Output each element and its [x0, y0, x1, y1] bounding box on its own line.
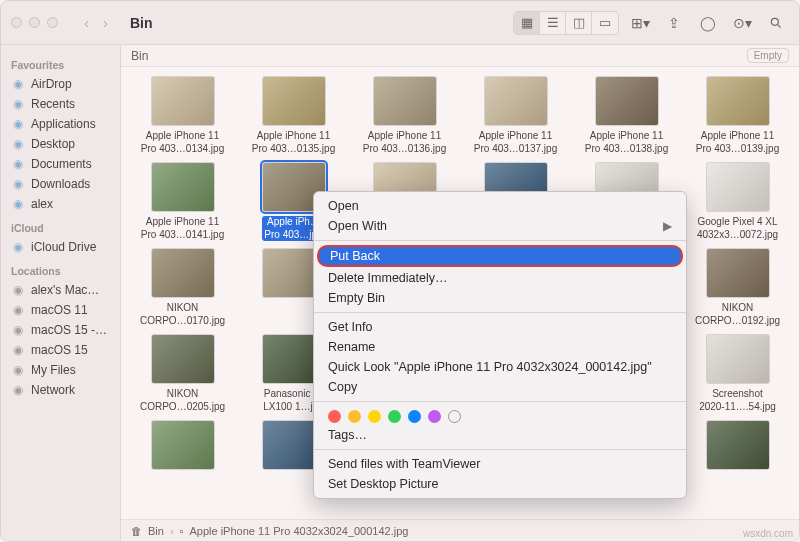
- search-button[interactable]: [763, 11, 789, 35]
- file-thumbnail: [485, 77, 547, 125]
- sidebar-item-macos-15[interactable]: ◉macOS 15: [5, 340, 116, 360]
- file-item[interactable]: NIKONCORPO…0205.jpg: [129, 335, 236, 413]
- sidebar-item-my-files[interactable]: ◉My Files: [5, 360, 116, 380]
- tag-color-dot[interactable]: [328, 410, 341, 423]
- file-item[interactable]: Apple iPhone 11Pro 403…0141.jpg: [129, 163, 236, 241]
- tag-color-dot[interactable]: [428, 410, 441, 423]
- sidebar-item-airdrop[interactable]: ◉AirDrop: [5, 74, 116, 94]
- tag-color-dot[interactable]: [368, 410, 381, 423]
- menu-item-get-info[interactable]: Get Info: [314, 317, 686, 337]
- documents-icon: ◉: [11, 157, 25, 171]
- sidebar-item-macos-15-[interactable]: ◉macOS 15 -…: [5, 320, 116, 340]
- file-item[interactable]: Apple iPhone 11Pro 403…0137.jpg: [462, 77, 569, 155]
- finder-window: ‹ › Bin ▦ ☰ ◫ ▭ ⊞▾ ⇪ ◯ ⊙▾ Favourites ◉Ai…: [0, 0, 800, 542]
- file-item[interactable]: [129, 421, 236, 474]
- file-item[interactable]: Apple iPhone 11Pro 403…0135.jpg: [240, 77, 347, 155]
- file-label: NIKONCORPO…0205.jpg: [140, 388, 225, 413]
- menu-item-put-back[interactable]: Put Back: [317, 245, 683, 267]
- disk-icon: ◉: [11, 303, 25, 317]
- location-bar: Bin Empty: [121, 45, 799, 67]
- file-label: Apple iPhone 11Pro 403…0136.jpg: [363, 130, 446, 155]
- gallery-view-button[interactable]: ▭: [592, 12, 618, 34]
- menu-item-set-desktop-picture[interactable]: Set Desktop Picture: [314, 474, 686, 494]
- sidebar-item-alex[interactable]: ◉alex: [5, 194, 116, 214]
- menu-item-copy[interactable]: Copy: [314, 377, 686, 397]
- sidebar-item-alex-s-mac-[interactable]: ◉alex's Mac…: [5, 280, 116, 300]
- file-item[interactable]: Google Pixel 4 XL4032x3…0072.jpg: [684, 163, 791, 241]
- menu-item-tags[interactable]: Tags…: [314, 425, 686, 445]
- file-thumbnail: [152, 77, 214, 125]
- file-item[interactable]: Apple iPhone 11Pro 403…0136.jpg: [351, 77, 458, 155]
- tag-color-dot[interactable]: [388, 410, 401, 423]
- context-menu: Open Open With▶ Put Back Delete Immediat…: [313, 191, 687, 499]
- home-icon: ◉: [11, 197, 25, 211]
- sidebar-item-icloud-drive[interactable]: ◉iCloud Drive: [5, 237, 116, 257]
- group-by-button[interactable]: ⊞▾: [627, 11, 653, 35]
- tag-clear-dot[interactable]: [448, 410, 461, 423]
- file-label: Apple iPhone 11Pro 403…0138.jpg: [585, 130, 668, 155]
- sidebar-item-recents[interactable]: ◉Recents: [5, 94, 116, 114]
- file-label: NIKONCORPO…0192.jpg: [695, 302, 780, 327]
- menu-item-send-teamviewer[interactable]: Send files with TeamViewer: [314, 454, 686, 474]
- file-label: Apple iPhone 11Pro 403…0141.jpg: [141, 216, 224, 241]
- disk-icon: ◉: [11, 363, 25, 377]
- sidebar-item-downloads[interactable]: ◉Downloads: [5, 174, 116, 194]
- menu-item-open[interactable]: Open: [314, 196, 686, 216]
- sidebar-item-label: Network: [31, 383, 75, 397]
- menu-item-open-with[interactable]: Open With▶: [314, 216, 686, 236]
- column-view-button[interactable]: ◫: [566, 12, 592, 34]
- path-seg-bin[interactable]: Bin: [148, 525, 164, 537]
- sidebar-item-applications[interactable]: ◉Applications: [5, 114, 116, 134]
- icon-view-button[interactable]: ▦: [514, 12, 540, 34]
- zoom-window-button[interactable]: [47, 17, 58, 28]
- close-window-button[interactable]: [11, 17, 22, 28]
- file-thumbnail: [707, 335, 769, 383]
- list-view-button[interactable]: ☰: [540, 12, 566, 34]
- tag-color-dot[interactable]: [408, 410, 421, 423]
- window-title: Bin: [130, 15, 153, 31]
- location-label: Bin: [131, 49, 148, 63]
- file-thumbnail: [374, 77, 436, 125]
- sidebar-item-macos-11[interactable]: ◉macOS 11: [5, 300, 116, 320]
- nav-arrows: ‹ ›: [84, 14, 108, 31]
- share-button[interactable]: ⇪: [661, 11, 687, 35]
- file-thumbnail: [152, 421, 214, 469]
- menu-item-quick-look[interactable]: Quick Look "Apple iPhone 11 Pro 4032x302…: [314, 357, 686, 377]
- window-controls: [11, 17, 58, 28]
- path-seg-file[interactable]: Apple iPhone 11 Pro 4032x3024_000142.jpg: [189, 525, 408, 537]
- sidebar-item-documents[interactable]: ◉Documents: [5, 154, 116, 174]
- file-item[interactable]: Apple iPhone 11Pro 403…0138.jpg: [573, 77, 680, 155]
- tags-button[interactable]: ◯: [695, 11, 721, 35]
- file-thumbnail: [707, 421, 769, 469]
- sidebar-item-network[interactable]: ◉Network: [5, 380, 116, 400]
- menu-item-rename[interactable]: Rename: [314, 337, 686, 357]
- file-label: Google Pixel 4 XL4032x3…0072.jpg: [697, 216, 778, 241]
- file-thumbnail: [707, 249, 769, 297]
- minimize-window-button[interactable]: [29, 17, 40, 28]
- file-thumbnail: [707, 77, 769, 125]
- file-item[interactable]: [684, 421, 791, 474]
- forward-button[interactable]: ›: [103, 14, 108, 31]
- empty-bin-button[interactable]: Empty: [747, 48, 789, 63]
- file-item[interactable]: NIKONCORPO…0192.jpg: [684, 249, 791, 327]
- menu-item-empty-bin[interactable]: Empty Bin: [314, 288, 686, 308]
- submenu-arrow-icon: ▶: [663, 219, 672, 233]
- path-bar: 🗑 Bin › ▫ Apple iPhone 11 Pro 4032x3024_…: [121, 519, 799, 541]
- sidebar-item-label: My Files: [31, 363, 76, 377]
- sidebar-item-desktop[interactable]: ◉Desktop: [5, 134, 116, 154]
- file-item[interactable]: Apple iPhone 11Pro 403…0139.jpg: [684, 77, 791, 155]
- content-area: Bin Empty Apple iPhone 11Pro 403…0134.jp…: [121, 45, 799, 541]
- file-label: NIKONCORPO…0170.jpg: [140, 302, 225, 327]
- menu-item-delete-immediately[interactable]: Delete Immediately…: [314, 268, 686, 288]
- sidebar-item-label: macOS 11: [31, 303, 88, 317]
- tag-color-dot[interactable]: [348, 410, 361, 423]
- file-thumbnail: [152, 163, 214, 211]
- sidebar-item-label: macOS 15: [31, 343, 88, 357]
- back-button[interactable]: ‹: [84, 14, 89, 31]
- more-button[interactable]: ⊙▾: [729, 11, 755, 35]
- file-item[interactable]: Screenshot2020-11….54.jpg: [684, 335, 791, 413]
- file-item[interactable]: NIKONCORPO…0170.jpg: [129, 249, 236, 327]
- disk-icon: ◉: [11, 323, 25, 337]
- desktop-icon: ◉: [11, 137, 25, 151]
- file-item[interactable]: Apple iPhone 11Pro 403…0134.jpg: [129, 77, 236, 155]
